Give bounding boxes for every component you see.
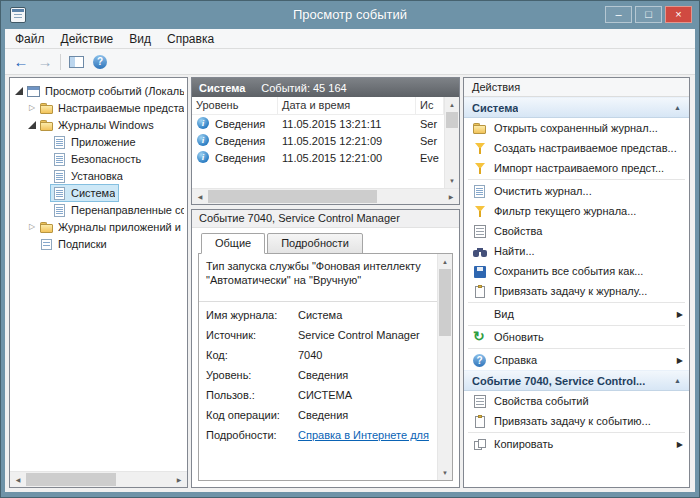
action-item[interactable]: Обновить [464, 327, 689, 347]
tree-item[interactable]: Система [10, 184, 187, 201]
action-item[interactable]: Копировать▶ [464, 434, 689, 454]
field-row: Имя журнала:Система [206, 309, 430, 321]
scrollbar-thumb[interactable] [26, 473, 116, 486]
detail-vertical-scrollbar[interactable]: ▲ ▼ [437, 254, 452, 480]
tree-item[interactable]: Просмотр событий (Локальный) [10, 82, 187, 99]
action-item[interactable]: Импорт настраиваемого предст... [464, 158, 689, 178]
show-console-tree-button[interactable] [64, 51, 88, 73]
tree-item[interactable]: Журналы приложений и с... [10, 218, 187, 235]
tree-item[interactable]: Безопасность [10, 150, 187, 167]
tree-item[interactable]: Журналы Windows [10, 116, 187, 133]
action-item[interactable]: Очистить журнал... [464, 181, 689, 201]
tree-item-label: Подписки [58, 238, 107, 250]
filter-icon [472, 204, 488, 219]
import-view-icon [472, 161, 488, 176]
scrollbar-thumb[interactable] [208, 190, 377, 203]
table-row[interactable]: Сведения11.05.2015 13:21:11Ser [192, 115, 444, 132]
field-value: Система [298, 309, 430, 321]
action-item[interactable]: Фильтр текущего журнала... [464, 201, 689, 221]
action-item[interactable]: Привязать задачу к событию... [464, 411, 689, 431]
minimize-button[interactable]: – [605, 6, 632, 23]
back-icon [14, 53, 29, 71]
column-header[interactable]: Дата и время [278, 97, 416, 114]
column-header[interactable]: Уровень [192, 97, 278, 114]
action-item[interactable]: Справка▶ [464, 350, 689, 370]
scroll-left-icon[interactable]: ◀ [10, 472, 26, 487]
events-vertical-scrollbar[interactable]: ▲ ▼ [444, 97, 459, 188]
action-section-header[interactable]: Система▲ [464, 97, 689, 118]
scroll-up-icon[interactable]: ▲ [438, 254, 452, 269]
action-item-label: Свойства [494, 225, 683, 237]
back-button[interactable] [9, 51, 33, 73]
scroll-up-icon[interactable]: ▲ [445, 97, 459, 112]
console-tree-panel: Просмотр событий (Локальный)Настраиваемы… [9, 77, 188, 488]
window-controls: – □ × [605, 6, 692, 23]
table-row[interactable]: Сведения11.05.2015 12:21:09Ser [192, 132, 444, 149]
scrollbar-track[interactable] [26, 472, 171, 487]
help-button[interactable] [88, 51, 112, 73]
collapsed-twisty-icon[interactable] [26, 222, 38, 231]
tree-item[interactable]: Перенаправленные соб... [10, 201, 187, 218]
info-icon [196, 133, 212, 148]
action-item-label: Открыть сохраненный журнал... [494, 122, 683, 134]
event-datetime: 11.05.2015 12:21:00 [278, 152, 416, 164]
help-link[interactable]: Справка в Интернете для [298, 429, 430, 441]
tree-item-label: Настраиваемые представления [58, 102, 184, 114]
tab-details[interactable]: Подробности [267, 233, 363, 254]
app-icon [10, 7, 26, 23]
task-icon [472, 284, 488, 299]
actions-title: Действия [464, 78, 689, 97]
client-area: ФайлДействиеВидСправка Просмотр событий … [5, 29, 695, 492]
tree-item[interactable]: Приложение [10, 133, 187, 150]
separator [468, 325, 685, 326]
events-columns: УровеньДата и времяИс [192, 97, 444, 115]
scroll-right-icon[interactable]: ▶ [443, 189, 459, 204]
tree-item[interactable]: Настраиваемые представления [10, 99, 187, 116]
tree-item[interactable]: Установка [10, 167, 187, 184]
menu-item[interactable]: Файл [7, 30, 53, 48]
action-item[interactable]: Свойства событий [464, 391, 689, 411]
collapse-icon: ▲ [674, 104, 681, 111]
detail-tabs: ОбщиеПодробности [192, 228, 459, 254]
action-item[interactable]: Свойства [464, 221, 689, 241]
action-item[interactable]: Привязать задачу к журналу... [464, 281, 689, 301]
properties-icon [472, 224, 488, 239]
scroll-down-icon[interactable]: ▼ [445, 173, 459, 188]
forward-button[interactable] [33, 51, 57, 73]
close-button[interactable]: × [665, 6, 692, 23]
scroll-down-icon[interactable]: ▼ [438, 465, 452, 480]
expanded-twisty-icon[interactable] [26, 121, 38, 129]
console-tree: Просмотр событий (Локальный)Настраиваемы… [10, 79, 187, 470]
scroll-right-icon[interactable]: ▶ [171, 472, 187, 487]
action-section-header[interactable]: Событие 7040, Service Control...▲ [464, 370, 689, 391]
menu-item[interactable]: Вид [121, 30, 159, 48]
tab-general[interactable]: Общие [201, 233, 265, 254]
menu-item[interactable]: Действие [53, 30, 122, 48]
action-item[interactable]: Открыть сохраненный журнал... [464, 118, 689, 138]
action-item[interactable]: Вид▶ [464, 304, 689, 324]
scrollbar-track[interactable] [445, 112, 459, 173]
action-item[interactable]: Создать настраиваемое представ... [464, 138, 689, 158]
field-row: Подробности:Справка в Интернете для [206, 429, 430, 441]
scrollbar-track[interactable] [208, 189, 443, 204]
collapsed-twisty-icon[interactable] [26, 103, 38, 112]
general-tab-page: Тип запуска службы "Фоновая интеллекту"А… [198, 253, 453, 481]
scrollbar-thumb[interactable] [439, 269, 451, 336]
action-item[interactable]: Сохранить все события как... [464, 261, 689, 281]
actions-list: Система▲Открыть сохраненный журнал...Соз… [464, 97, 689, 487]
event-source: Ser [416, 118, 444, 130]
field-value: 7040 [298, 349, 430, 361]
scrollbar-thumb[interactable] [446, 112, 458, 128]
scrollbar-track[interactable] [438, 269, 452, 465]
table-row[interactable]: Сведения11.05.2015 12:21:00Eve [192, 149, 444, 166]
expanded-twisty-icon[interactable] [13, 87, 25, 95]
menu-item[interactable]: Справка [159, 30, 222, 48]
tree-horizontal-scrollbar[interactable]: ◀ ▶ [10, 471, 187, 487]
tree-item[interactable]: Подписки [10, 235, 187, 252]
events-horizontal-scrollbar[interactable]: ◀ ▶ [192, 188, 459, 204]
action-item[interactable]: Найти... [464, 241, 689, 261]
title-bar[interactable]: Просмотр событий – □ × [1, 1, 699, 29]
column-header[interactable]: Ис [416, 97, 444, 114]
scroll-left-icon[interactable]: ◀ [192, 189, 208, 204]
maximize-button[interactable]: □ [635, 6, 662, 23]
